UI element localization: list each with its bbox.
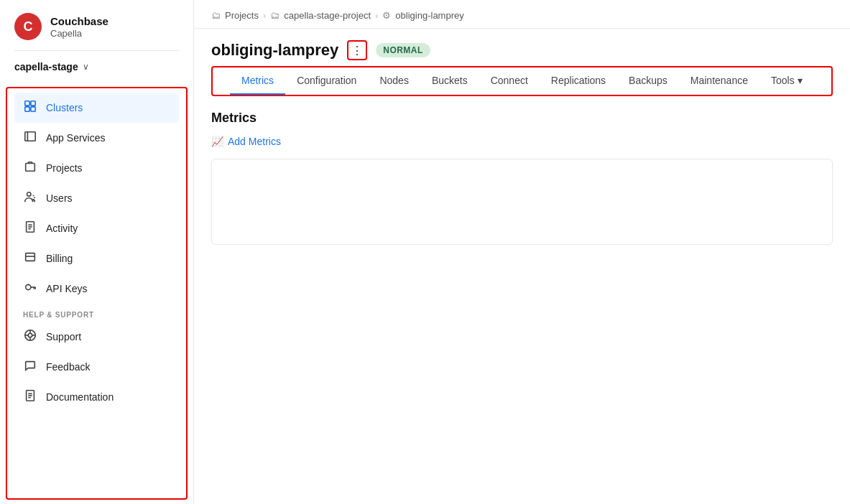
logo-icon: C [14, 13, 42, 40]
add-metrics-button[interactable]: 📈 Add Metrics [211, 136, 833, 147]
users-icon [23, 190, 37, 206]
folder-icon: 🗂 [211, 10, 221, 21]
sidebar-item-billing[interactable]: Billing [14, 243, 179, 274]
sidebar-item-projects[interactable]: Projects [14, 153, 179, 183]
tab-replications[interactable]: Replications [540, 67, 617, 95]
sidebar-item-label-billing: Billing [46, 253, 73, 264]
api-keys-icon [23, 281, 37, 297]
sidebar-item-feedback[interactable]: Feedback [14, 352, 179, 382]
content-area: Metrics 📈 Add Metrics [194, 96, 850, 504]
svg-rect-6 [26, 164, 35, 172]
logo-text: Couchbase Capella [50, 15, 108, 39]
logo-area: C Couchbase Capella [0, 0, 193, 50]
tabs-bar: MetricsConfigurationNodesBucketsConnectR… [211, 66, 833, 96]
workspace-selector[interactable]: capella-stage ∨ [0, 51, 193, 83]
svg-rect-0 [25, 101, 29, 106]
feedback-icon [23, 359, 37, 375]
sidebar-item-support[interactable]: Support [14, 322, 179, 352]
clusters-icon [23, 100, 37, 116]
tab-metrics[interactable]: Metrics [230, 67, 285, 95]
projects-icon [23, 160, 37, 176]
tab-configuration[interactable]: Configuration [285, 67, 368, 95]
tab-maintenance[interactable]: Maintenance [679, 67, 759, 95]
sidebar-item-activity[interactable]: Activity [14, 213, 179, 243]
sidebar-item-label-documentation: Documentation [46, 391, 114, 403]
svg-rect-1 [31, 101, 35, 106]
cluster-name: obliging-lamprey [211, 41, 338, 60]
folder-icon-2: 🗂 [270, 10, 280, 21]
section-title: Metrics [211, 111, 833, 126]
sidebar-item-documentation[interactable]: Documentation [14, 382, 179, 412]
tab-nodes[interactable]: Nodes [368, 67, 420, 95]
breadcrumb-projects[interactable]: Projects [225, 10, 259, 21]
svg-point-7 [27, 192, 31, 196]
chevron-down-icon: ∨ [83, 62, 89, 72]
chart-icon: 📈 [211, 136, 223, 147]
sidebar-item-label-feedback: Feedback [46, 361, 90, 373]
svg-point-14 [26, 284, 31, 289]
tab-connect[interactable]: Connect [479, 67, 540, 95]
sidebar-item-label-users: Users [46, 192, 73, 204]
sidebar-item-label-api-keys: API Keys [46, 283, 88, 294]
breadcrumb-cluster-name[interactable]: obliging-lamprey [395, 10, 463, 21]
breadcrumb-sep-1: › [263, 10, 266, 21]
svg-rect-4 [25, 132, 35, 141]
sidebar-item-label-activity: Activity [46, 223, 78, 234]
sidebar: C Couchbase Capella capella-stage ∨ Clus… [0, 0, 194, 504]
sidebar-nav: Clusters App Services Projects Users Act… [6, 87, 188, 500]
main-content: 🗂 Projects › 🗂 capella-stage-project › ⚙… [194, 0, 850, 504]
documentation-icon [23, 389, 37, 405]
cluster-icon: ⚙ [382, 10, 391, 21]
help-section-label: Help & Support [14, 304, 179, 322]
svg-rect-3 [31, 107, 35, 111]
support-icon [23, 329, 37, 345]
billing-icon [23, 251, 37, 266]
svg-point-19 [28, 333, 32, 337]
sidebar-item-label-support: Support [46, 331, 81, 342]
breadcrumb-sep-2: › [375, 10, 378, 21]
workspace-name: capella-stage [14, 61, 78, 73]
tab-buckets[interactable]: Buckets [420, 67, 479, 95]
add-metrics-label: Add Metrics [228, 136, 281, 147]
tab-backups[interactable]: Backups [617, 67, 679, 95]
status-badge: NORMAL [376, 43, 430, 57]
sidebar-item-label-clusters: Clusters [46, 102, 83, 113]
sidebar-item-label-app-services: App Services [46, 132, 105, 144]
tab-tools[interactable]: Tools ▾ [759, 67, 814, 95]
kebab-menu-button[interactable]: ⋮ [347, 40, 367, 60]
logo-subtitle: Capella [50, 28, 108, 39]
metrics-chart-area [211, 159, 833, 245]
sidebar-item-users[interactable]: Users [14, 183, 179, 213]
svg-rect-2 [25, 107, 29, 111]
sidebar-item-label-projects: Projects [46, 162, 83, 174]
breadcrumb-project-name[interactable]: capella-stage-project [284, 10, 371, 21]
app-services-icon [23, 130, 37, 146]
svg-rect-12 [26, 253, 35, 261]
logo-title: Couchbase [50, 15, 108, 28]
sidebar-item-api-keys[interactable]: API Keys [14, 274, 179, 304]
activity-icon [23, 220, 37, 236]
cluster-header: obliging-lamprey ⋮ NORMAL [194, 29, 850, 66]
sidebar-item-clusters[interactable]: Clusters [14, 93, 179, 123]
sidebar-item-app-services[interactable]: App Services [14, 123, 179, 153]
breadcrumb: 🗂 Projects › 🗂 capella-stage-project › ⚙… [194, 0, 850, 29]
